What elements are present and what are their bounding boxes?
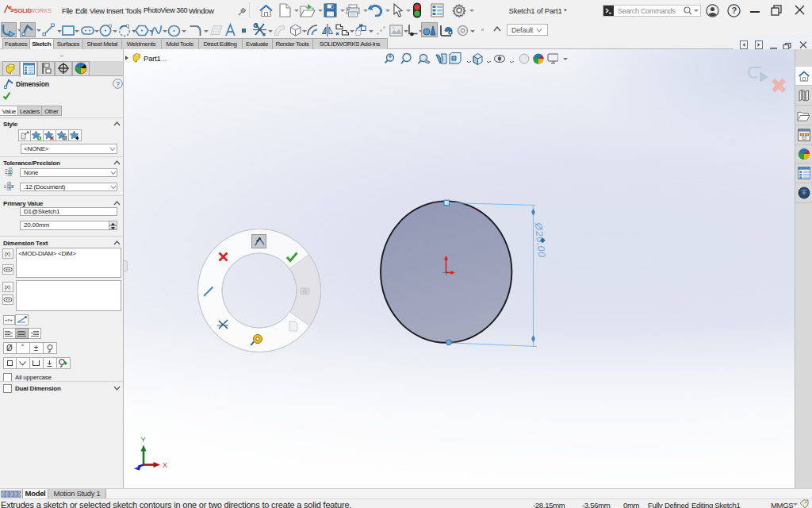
svg-text:?: ? bbox=[731, 6, 737, 15]
svg-text:Ø20.00: Ø20.00 bbox=[533, 221, 548, 258]
svg-text:Y: Y bbox=[141, 436, 146, 444]
svg-text:?: ? bbox=[116, 80, 120, 88]
svg-text:X: X bbox=[163, 461, 167, 469]
svg-text:WORKS: WORKS bbox=[29, 7, 52, 14]
